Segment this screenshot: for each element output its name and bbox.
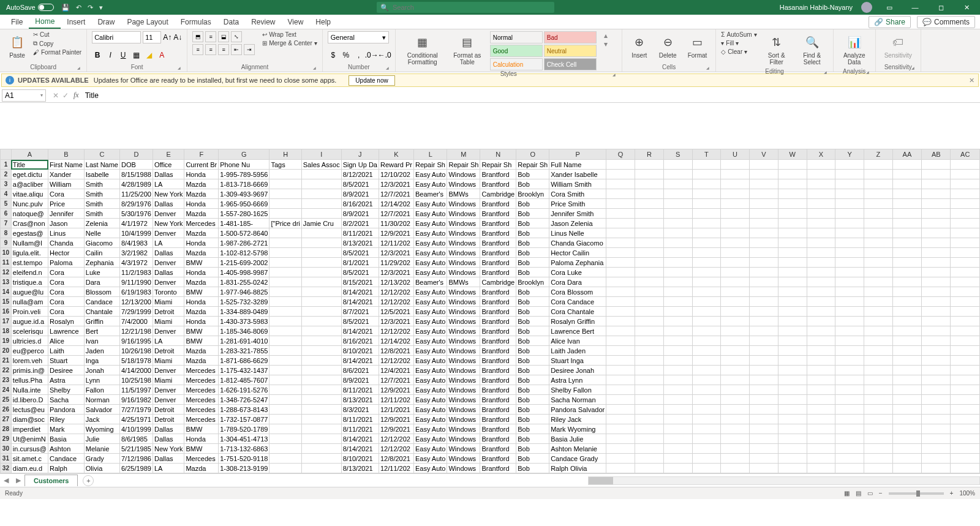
cell[interactable] bbox=[835, 189, 864, 199]
align-top-icon[interactable]: ⬒ bbox=[192, 31, 203, 42]
cell[interactable] bbox=[835, 395, 864, 405]
cell[interactable]: 8/14/2021 bbox=[341, 356, 379, 366]
cell[interactable] bbox=[922, 375, 951, 385]
cell[interactable]: Bob bbox=[516, 336, 549, 346]
insert-cells-button[interactable]: ⊕Insert bbox=[627, 31, 652, 61]
cell[interactable]: 12/5/2021 bbox=[379, 307, 413, 317]
cell[interactable] bbox=[951, 326, 980, 336]
cell[interactable] bbox=[749, 189, 778, 199]
cell[interactable] bbox=[721, 248, 750, 258]
cell[interactable] bbox=[951, 287, 980, 297]
cell[interactable] bbox=[951, 277, 980, 287]
cell[interactable]: 8/10/2021 bbox=[341, 454, 379, 464]
cell[interactable] bbox=[721, 228, 750, 238]
cell[interactable]: Bob bbox=[516, 219, 549, 228]
cell[interactable] bbox=[864, 307, 893, 317]
cell[interactable] bbox=[778, 248, 807, 258]
cell[interactable]: Phone Nu bbox=[219, 160, 270, 170]
increase-indent-icon[interactable]: ⇥ bbox=[244, 44, 255, 55]
cell[interactable] bbox=[692, 424, 721, 434]
cell[interactable] bbox=[749, 434, 778, 444]
cell[interactable]: 11/2/1983 bbox=[120, 268, 153, 277]
cell[interactable] bbox=[606, 356, 635, 366]
cell[interactable] bbox=[663, 346, 692, 356]
cell[interactable]: ["Price dri bbox=[270, 219, 301, 228]
cell[interactable]: Bert bbox=[84, 326, 119, 336]
cell[interactable] bbox=[922, 248, 951, 258]
cell[interactable]: Cras@non bbox=[11, 219, 48, 228]
cell[interactable]: LA bbox=[153, 464, 184, 473]
cell[interactable]: 9/11/1990 bbox=[120, 277, 153, 287]
cell[interactable] bbox=[692, 258, 721, 268]
cell[interactable]: BMW bbox=[184, 444, 219, 454]
cell[interactable]: Easy Auto bbox=[413, 424, 447, 434]
cell[interactable]: Cambridge bbox=[480, 277, 516, 287]
cell[interactable]: Bob bbox=[516, 385, 549, 395]
row-header[interactable]: 32 bbox=[1, 464, 12, 473]
cell[interactable] bbox=[749, 326, 778, 336]
cell[interactable]: diam.eu.d bbox=[11, 464, 48, 473]
format-cells-button[interactable]: ▭Format bbox=[684, 31, 711, 61]
cell[interactable] bbox=[606, 297, 635, 307]
cell[interactable]: Brantford bbox=[480, 336, 516, 346]
cell[interactable] bbox=[922, 326, 951, 336]
cell[interactable]: Chantale bbox=[84, 307, 119, 317]
cell[interactable]: Mercedes bbox=[184, 366, 219, 375]
row-header[interactable]: 2 bbox=[1, 170, 12, 179]
row-header[interactable]: 26 bbox=[1, 405, 12, 415]
cell[interactable]: Easy Auto bbox=[413, 199, 447, 209]
cell[interactable] bbox=[663, 375, 692, 385]
cell[interactable]: Mazda bbox=[184, 464, 219, 473]
sheet-nav-next-icon[interactable]: ▶ bbox=[12, 476, 24, 484]
cell[interactable] bbox=[864, 268, 893, 277]
cell[interactable]: ultricies.d bbox=[11, 336, 48, 346]
cell[interactable]: Smith bbox=[84, 199, 119, 209]
cell[interactable] bbox=[301, 444, 341, 454]
cell[interactable] bbox=[835, 424, 864, 434]
cell[interactable] bbox=[663, 424, 692, 434]
cell[interactable]: Brantford bbox=[480, 297, 516, 307]
cell[interactable] bbox=[270, 209, 301, 219]
cell[interactable] bbox=[301, 326, 341, 336]
column-header-D[interactable]: D bbox=[120, 149, 153, 160]
cell[interactable]: Windows bbox=[447, 179, 480, 189]
cut-button[interactable]: ✂Cut bbox=[33, 31, 81, 38]
cell[interactable]: 1-215-699-2002 bbox=[219, 258, 270, 268]
cell[interactable]: 12/12/202 bbox=[379, 287, 413, 297]
cell[interactable] bbox=[692, 415, 721, 424]
cell[interactable]: Easy Auto bbox=[413, 268, 447, 277]
cell[interactable] bbox=[864, 317, 893, 326]
cell[interactable]: Julie bbox=[84, 434, 119, 444]
cell[interactable]: Cora Blossom bbox=[549, 287, 606, 297]
cell[interactable]: 8/9/2021 bbox=[341, 209, 379, 219]
cell[interactable] bbox=[270, 258, 301, 268]
cell[interactable] bbox=[635, 297, 664, 307]
cell[interactable]: 12/10/202 bbox=[379, 170, 413, 179]
cell[interactable] bbox=[749, 287, 778, 297]
cell[interactable] bbox=[721, 189, 750, 199]
ribbon-display-icon[interactable]: ▭ bbox=[881, 4, 898, 12]
cell[interactable] bbox=[951, 160, 980, 170]
view-normal-icon[interactable]: ▦ bbox=[844, 490, 850, 497]
cell[interactable]: Bob bbox=[516, 268, 549, 277]
cell[interactable]: Windows bbox=[447, 375, 480, 385]
cell[interactable] bbox=[951, 464, 980, 473]
cell[interactable] bbox=[835, 307, 864, 317]
cell[interactable] bbox=[270, 405, 301, 415]
cell[interactable] bbox=[749, 356, 778, 366]
cell[interactable]: Windows bbox=[447, 405, 480, 415]
cell[interactable]: William Smith bbox=[549, 179, 606, 189]
cell[interactable]: Luke bbox=[84, 268, 119, 277]
cell[interactable]: Honda bbox=[184, 238, 219, 248]
cell[interactable]: 8/11/2021 bbox=[341, 424, 379, 434]
cell[interactable] bbox=[807, 336, 835, 346]
cell[interactable] bbox=[835, 336, 864, 346]
cell[interactable] bbox=[692, 160, 721, 170]
cell[interactable]: Mercedes bbox=[184, 415, 219, 424]
cell[interactable]: New York bbox=[153, 444, 184, 454]
cell[interactable] bbox=[270, 326, 301, 336]
cell[interactable] bbox=[749, 238, 778, 248]
paste-button[interactable]: 📋Paste bbox=[5, 31, 29, 61]
cell[interactable] bbox=[692, 326, 721, 336]
cell[interactable] bbox=[635, 287, 664, 297]
